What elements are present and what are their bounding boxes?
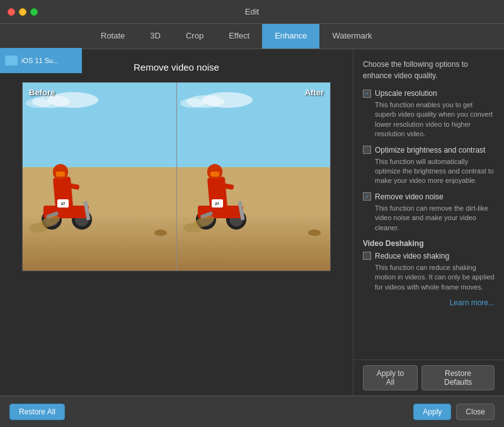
rider-after: 27 [193,157,249,230]
upscale-checkbox[interactable] [363,90,371,98]
after-scene: 27 [177,83,331,271]
tab-rotate[interactable]: Rotate [88,24,137,49]
upscale-option-group: Upscale resolution This function enables… [363,89,495,139]
before-scene: 27 [23,83,176,271]
preview-title: Remove video noise [134,62,219,73]
before-preview: Before [23,83,176,271]
upscale-row: Upscale resolution [363,89,495,98]
main-content: Remove video noise Before [0,49,504,427]
noise-option-group: Remove video noise This function can rem… [363,192,495,233]
apply-button[interactable]: Apply [413,404,451,420]
brightness-description: This function will automatically optimiz… [375,157,495,186]
noise-label: Remove video noise [375,192,444,201]
file-tab-label: iOS 11 Su... [21,57,59,64]
close-button[interactable]: Close [456,404,495,420]
learn-more-link[interactable]: Learn more... [363,298,495,307]
maximize-window-button[interactable] [30,8,38,16]
brightness-row: Optimize brightness and contrast [363,146,495,155]
after-preview: After [176,83,331,271]
brightness-label: Optimize brightness and contrast [375,146,485,155]
brightness-checkbox[interactable] [363,146,371,154]
tab-3d[interactable]: 3D [137,24,173,49]
tab-enhance[interactable]: Enhance [262,24,319,49]
rider-before: 27 [38,157,95,230]
traffic-lights [8,8,38,16]
right-panel: Choose the following options to enhance … [353,49,504,395]
panels-row: Remove video noise Before [0,49,504,395]
deshake-row: Reduce video shaking [363,252,495,260]
right-panel-content: Choose the following options to enhance … [353,49,504,360]
tab-effect[interactable]: Effect [216,24,262,49]
deshake-label: Reduce video shaking [375,252,449,260]
upscale-label: Upscale resolution [375,89,437,98]
bottom-left-buttons: Restore All [9,404,65,420]
deshake-description: This function can reduce shaking motion … [375,263,495,292]
deshake-option-group: Reduce video shaking This function can r… [363,252,495,292]
noise-row: Remove video noise [363,192,495,201]
noise-checkbox[interactable] [363,192,371,201]
deshaking-section-title: Video Deshaking [363,239,495,248]
brightness-option-group: Optimize brightness and contrast This fu… [363,146,495,186]
window-title: Edit [245,7,259,16]
minimize-window-button[interactable] [19,8,26,16]
bottom-right-buttons: Apply Close [413,404,495,420]
preview-container: Before [22,82,331,271]
right-panel-actions: Apply to All Restore Defaults [353,360,504,395]
restore-defaults-button[interactable]: Restore Defaults [421,365,495,390]
deshake-checkbox[interactable] [363,252,371,260]
tab-watermark[interactable]: Watermark [319,24,384,49]
left-panel: Remove video noise Before [0,49,353,395]
upscale-description: This function enables you to get superb … [375,100,495,139]
apply-to-all-button[interactable]: Apply to All [363,365,418,390]
close-window-button[interactable] [8,8,15,16]
after-label: After [305,88,324,97]
before-label: Before [29,88,55,97]
noise-description: This function can remove the dirt-like v… [375,204,495,233]
enhance-intro: Choose the following options to enhance … [363,59,495,81]
file-tab[interactable]: iOS 11 Su... [0,48,82,73]
restore-all-button[interactable]: Restore All [9,404,65,420]
tab-crop[interactable]: Crop [173,24,216,49]
title-bar: Edit [0,0,504,24]
file-icon [5,56,18,66]
bottom-bar: Restore All Apply Close [0,395,504,427]
